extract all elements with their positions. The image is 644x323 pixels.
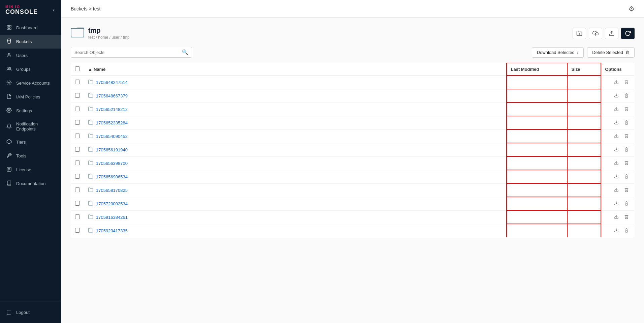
upload-button[interactable] [589,28,602,39]
row-download-button[interactable] [613,133,620,140]
row-name[interactable]: 1705654090452 [96,134,128,139]
row-name[interactable]: 1705656398700 [96,161,128,166]
row-download-button[interactable] [613,79,620,86]
search-input[interactable] [74,50,179,55]
folder-header: tmp test / home / user / tmp [71,26,635,41]
select-all-checkbox[interactable] [75,66,80,71]
row-checkbox[interactable] [75,93,80,98]
table-row: 1705648667379 [71,89,635,102]
th-size[interactable]: Size [567,63,601,76]
folder-name: tmp [88,27,130,34]
sidebar-collapse-button[interactable]: ‹ [52,6,56,14]
row-name[interactable]: 1705656906534 [96,174,128,179]
sort-arrow-icon: ▲ [88,67,92,72]
row-checkbox[interactable] [75,214,80,219]
row-name[interactable]: 1705652335284 [96,120,128,125]
th-options: Options [601,63,635,76]
row-options-cell [601,76,635,89]
row-delete-button[interactable] [623,160,630,167]
sidebar-item-service-accounts[interactable]: Service Accounts [0,76,61,90]
sidebar-item-iam-policies[interactable]: IAM Policies [0,90,61,104]
row-checkbox[interactable] [75,134,80,138]
table-row: 1705923417335 [71,224,635,237]
svg-rect-0 [7,25,9,27]
refresh-button[interactable] [621,28,635,39]
row-checkbox[interactable] [75,160,80,165]
sidebar-item-label: Notification Endpoints [16,121,55,131]
row-checkbox[interactable] [75,174,80,179]
row-name[interactable]: 1705648667379 [96,93,128,98]
th-last-modified[interactable]: Last Modified [507,63,567,76]
sidebar-item-logout[interactable]: ⬚ Logout [0,305,61,319]
row-checkbox[interactable] [75,107,80,111]
sidebar-item-tools[interactable]: Tools [0,149,61,163]
row-download-button[interactable] [613,227,620,234]
row-delete-button[interactable] [623,79,630,86]
row-checkbox[interactable] [75,187,80,192]
row-size-cell [567,197,601,210]
create-folder-button[interactable] [573,28,586,39]
row-name[interactable]: 1705652148212 [96,107,128,112]
row-download-button[interactable] [613,173,620,180]
row-download-button[interactable] [613,92,620,99]
row-name[interactable]: 1705656191940 [96,147,128,152]
row-checkbox[interactable] [75,120,80,125]
row-delete-button[interactable] [623,133,630,140]
upload-folder-button[interactable] [605,28,618,39]
row-delete-button[interactable] [623,106,630,113]
file-icon [88,93,93,99]
file-icon [88,201,93,207]
row-delete-button[interactable] [623,200,630,207]
row-delete-button[interactable] [623,146,630,153]
sidebar-footer: ⬚ Logout [0,301,61,323]
row-download-button[interactable] [613,146,620,153]
row-checkbox[interactable] [75,228,80,233]
row-delete-button[interactable] [623,214,630,221]
folder-icon [71,26,84,41]
sidebar-item-documentation[interactable]: Documentation [0,177,61,190]
sidebar-item-users[interactable]: Users [0,49,61,62]
row-name[interactable]: 1705648247514 [96,80,128,85]
row-download-button[interactable] [613,187,620,194]
svg-rect-3 [7,28,9,29]
sidebar-item-buckets[interactable]: Buckets [0,35,61,49]
download-selected-button[interactable]: Download Selected ↓ [532,47,584,58]
row-delete-button[interactable] [623,92,630,99]
row-download-button[interactable] [613,106,620,113]
row-name-cell: 1705656398700 [84,156,507,170]
row-checkbox[interactable] [75,201,80,206]
sidebar-item-tiers[interactable]: Tiers [0,135,61,149]
file-icon [88,79,93,86]
row-name[interactable]: 1705916384261 [96,215,128,220]
row-name[interactable]: 1705720002534 [96,201,128,206]
row-delete-button[interactable] [623,187,630,194]
row-checkbox[interactable] [75,147,80,152]
row-name[interactable]: 1705923417335 [96,228,128,233]
table-row: 1705656191940 [71,143,635,156]
sidebar-item-notification-endpoints[interactable]: Notification Endpoints [0,118,61,135]
row-download-button[interactable] [613,200,620,207]
sidebar-item-dashboard[interactable]: Dashboard [0,21,61,35]
row-checkbox-cell [71,89,84,102]
row-download-button[interactable] [613,119,620,126]
row-name-cell: 1705652148212 [84,102,507,116]
license-icon [6,167,12,173]
row-options-cell [601,102,635,116]
sidebar-item-groups[interactable]: Groups [0,62,61,76]
row-delete-button[interactable] [623,227,630,234]
sidebar-item-settings[interactable]: Settings [0,104,61,118]
row-checkbox[interactable] [75,80,80,84]
delete-selected-button[interactable]: Delete Selected 🗑 [587,47,635,58]
row-delete-button[interactable] [623,173,630,180]
row-modified-cell [507,210,567,224]
row-download-button[interactable] [613,214,620,221]
row-download-button[interactable] [613,160,620,167]
row-delete-button[interactable] [623,119,630,126]
row-name[interactable]: 1705658170825 [96,188,128,193]
bulk-actions: Download Selected ↓ Delete Selected 🗑 [532,47,635,58]
sidebar-item-license[interactable]: License [0,163,61,177]
settings-icon [6,108,12,114]
th-name[interactable]: ▲ Name [84,63,507,76]
settings-icon[interactable]: ⚙ [629,5,635,13]
folder-path: test / home / user / tmp [88,35,130,40]
